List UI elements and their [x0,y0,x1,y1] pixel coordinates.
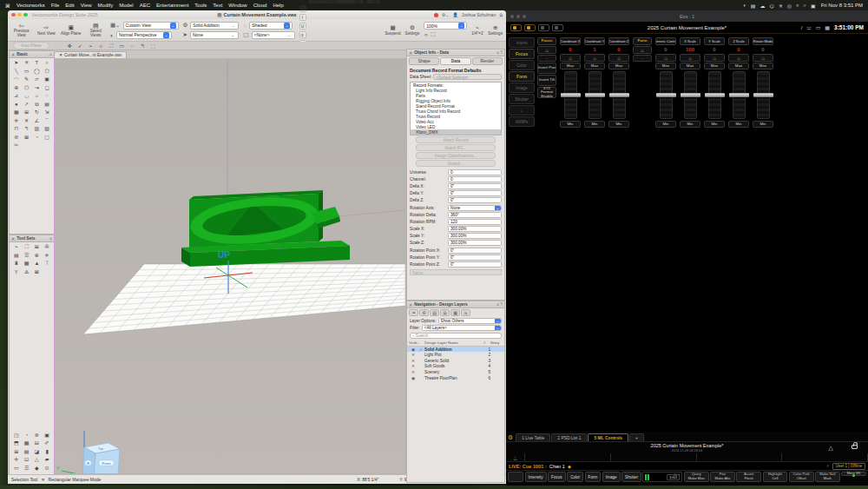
cue-list-display[interactable]: CL 1 1001 [642,472,682,482]
status-bar-icon[interactable]: ⌬ [769,3,773,9]
softkey-button[interactable]: Make Null Mark [815,472,840,482]
status-bar-icon[interactable]: ⌕ [804,3,806,9]
close-icon[interactable]: ✕ [11,52,15,57]
home-icon[interactable]: ⌂ [560,54,581,62]
status-bar-icon[interactable]: ◎ [787,3,792,9]
tool-icon[interactable]: ▧ [42,125,52,132]
parameter-category-button[interactable]: Form [509,71,535,82]
status-bar-icon[interactable]: ▣ [811,3,816,9]
record-action-button[interactable]: Assign Classifications... [416,152,496,159]
flyover-icon[interactable]: ⌯ [424,31,428,38]
min-button[interactable]: Min [608,121,629,128]
home-icon[interactable]: ⌂ [704,54,725,62]
filter-dropdown[interactable]: <All Layers> [422,325,502,331]
apple-menu-icon[interactable]: ⌘ [5,3,10,9]
field-input[interactable]: 300.00% [448,233,502,239]
toolset-dock-icon[interactable]: ✛ [11,456,22,463]
toolset-dock-icon[interactable]: ☰ [22,465,32,472]
home-icon[interactable]: ⌂ [633,46,652,54]
field-input[interactable]: 0 [448,169,502,175]
nav-view-button[interactable]: ⇨Next View [36,24,56,36]
menu-item[interactable]: Modify [98,3,114,8]
min-button[interactable]: Min [680,121,700,128]
fader-handle[interactable] [681,93,700,97]
auto-plane-button[interactable]: Auto-Plane [13,42,49,50]
text-format-button[interactable]: ≡ [299,31,306,38]
softkey-blank[interactable] [508,472,523,482]
fader-handle[interactable] [561,93,581,97]
cursor-icon[interactable]: ➤ [183,31,187,38]
toolset-icon[interactable]: ▦ [22,260,32,267]
mode-icon[interactable]: ⊹ [97,43,105,50]
monitor-4-icon[interactable] [552,24,563,31]
toolset-icon[interactable]: ▤ [11,252,22,259]
design-layer-row[interactable]: ◉ ✓ Solid Addition 1 [407,347,504,353]
fader-handle[interactable] [753,93,773,97]
text-format-button[interactable]: I [299,14,306,21]
fader-slot[interactable] [697,453,783,461]
softkey-button[interactable]: Fan Make Abs [710,472,735,482]
solid-op-icon[interactable]: ⚙ [183,22,188,29]
render-style-icon[interactable]: ◌ [243,23,247,29]
parameter-palette-button[interactable]: Focus [548,472,566,482]
min-button[interactable]: Min [655,121,676,128]
menu-item[interactable]: Vectorworks [16,3,45,8]
home-icon[interactable]: ⌂ [608,54,629,62]
mode-icon[interactable]: ⛶ [108,43,115,50]
mode-icon[interactable]: ◌ [128,43,136,50]
grid-icon[interactable]: ▦ [825,24,830,30]
softkey-button[interactable]: Highlight Cell [763,472,788,482]
mode-icon[interactable]: ⬚ [149,43,157,50]
workspace-tab[interactable]: 5 ML Controls [588,433,628,441]
min-button[interactable]: Min [560,121,581,128]
tool-icon[interactable]: ⌂ [32,92,43,99]
settings-button[interactable]: ⚙Settings [405,24,420,35]
min-button[interactable]: Min [728,121,749,128]
palette-menu-icon[interactable]: ≡ [49,52,52,56]
record-formats-list[interactable]: Record Formats: Light Info RecordPartsRi… [410,82,502,135]
toolset-dock-icon[interactable]: ▮ [42,448,52,455]
tool-icon[interactable]: ⊘ [11,134,22,141]
monitor-1-icon[interactable] [510,24,522,31]
tool-icon[interactable]: ◔ [32,134,43,141]
home-all-button[interactable]: ⌂ [509,105,535,116]
parameter-category-button[interactable]: Intens [509,37,535,48]
palette-menu-icon[interactable]: ≡ ? [496,302,503,307]
toolset-dock-icon[interactable]: ▦ [22,439,32,446]
parameter-category-button[interactable]: Shutter [509,94,535,104]
menu-item[interactable]: Text [213,3,222,8]
pan-icon[interactable]: ⛶ [431,31,435,38]
tool-icon[interactable]: ⬡ [22,84,32,91]
field-input[interactable]: 0" [448,248,502,254]
render-background-dropdown[interactable]: <None>⌄ [252,31,295,39]
parameter-fader[interactable] [757,71,770,119]
nav-viewports-icon[interactable]: ⧉ [440,309,450,316]
tool-icon[interactable]: ⬠ [42,68,52,75]
fader-handle[interactable] [609,93,629,97]
tool-icon[interactable]: ⊓ [11,125,22,132]
softkey-button[interactable]: More SK [841,472,866,476]
toolset-dock-icon[interactable]: ⊟ [32,439,43,446]
max-button[interactable]: Max [560,63,581,69]
min-button[interactable]: Min [753,121,773,128]
fader-handle[interactable] [729,93,749,97]
form-group-header[interactable]: Form [633,37,652,45]
tool-icon[interactable]: ⊞ [22,109,32,116]
field-input[interactable]: 120 [448,219,502,225]
close-icon[interactable]: ✕ [409,50,412,56]
invert-pan-button[interactable]: Invert Pan [537,63,556,74]
tool-icon[interactable]: ✛ [11,117,22,124]
design-layer-row[interactable]: ✕ Soft Goods 4 [407,364,504,370]
nav-view-button[interactable]: ▤Saved Views [85,23,105,38]
all-nps-button[interactable]: AllNPs [509,116,535,127]
field-input[interactable]: 0" [448,261,502,268]
menu-item[interactable]: Tools [194,3,207,8]
design-layer-row[interactable]: ✕ Scenery 5 [407,369,504,375]
search-input[interactable]: ⌕ Search [410,333,502,339]
palette-menu-icon[interactable]: ≡ [49,236,52,241]
render-mode-dropdown[interactable]: Shaded⌄ [249,22,293,30]
tool-icon[interactable]: ✂ [11,142,22,149]
zoom-dropdown[interactable]: 100%⌄ [424,22,467,30]
palette-menu-icon[interactable]: ≡ ? [496,50,503,55]
toolset-dock-icon[interactable]: ◆ [32,465,43,472]
